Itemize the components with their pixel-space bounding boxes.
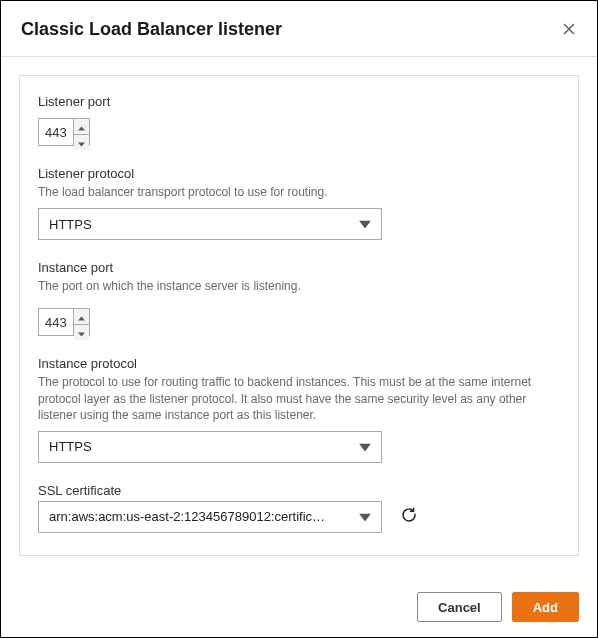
instance-port-input-wrap xyxy=(38,308,90,336)
instance-port-help: The port on which the instance server is… xyxy=(38,278,560,294)
listener-protocol-help: The load balancer transport protocol to … xyxy=(38,184,560,200)
refresh-icon xyxy=(400,506,418,527)
listener-port-field: Listener port xyxy=(38,94,560,146)
dialog-header: Classic Load Balancer listener xyxy=(1,1,597,57)
ssl-certificate-value: arn:aws:acm:us-east-2:123456789012:certi… xyxy=(49,509,325,524)
chevron-up-icon xyxy=(78,309,85,324)
listener-port-input-wrap xyxy=(38,118,90,146)
instance-protocol-help: The protocol to use for routing traffic … xyxy=(38,374,560,423)
instance-port-field: Instance port The port on which the inst… xyxy=(38,260,560,336)
listener-protocol-label: Listener protocol xyxy=(38,166,560,181)
listener-port-spinner xyxy=(73,119,89,145)
close-button[interactable] xyxy=(559,16,579,42)
close-icon xyxy=(563,19,575,39)
add-button[interactable]: Add xyxy=(512,592,579,622)
caret-down-icon xyxy=(359,509,371,524)
cancel-button[interactable]: Cancel xyxy=(417,592,502,622)
ssl-certificate-field: SSL certificate arn:aws:acm:us-east-2:12… xyxy=(38,483,560,533)
listener-port-up[interactable] xyxy=(74,119,89,135)
listener-protocol-select[interactable]: HTTPS xyxy=(38,208,382,240)
instance-port-up[interactable] xyxy=(74,309,89,325)
instance-port-down[interactable] xyxy=(74,325,89,340)
refresh-button[interactable] xyxy=(396,502,422,531)
instance-protocol-select[interactable]: HTTPS xyxy=(38,431,382,463)
listener-protocol-value: HTTPS xyxy=(49,217,92,232)
content-panel: Listener port Listener protocol The load… xyxy=(19,75,579,556)
instance-protocol-field: Instance protocol The protocol to use fo… xyxy=(38,356,560,463)
dialog-body: Listener port Listener protocol The load… xyxy=(1,57,597,580)
listener-port-label: Listener port xyxy=(38,94,560,109)
listener-protocol-field: Listener protocol The load balancer tran… xyxy=(38,166,560,240)
chevron-down-icon xyxy=(78,325,85,340)
dialog-footer: Cancel Add xyxy=(1,580,597,637)
listener-port-input[interactable] xyxy=(39,119,73,145)
instance-protocol-label: Instance protocol xyxy=(38,356,560,371)
chevron-down-icon xyxy=(78,135,85,150)
ssl-certificate-select[interactable]: arn:aws:acm:us-east-2:123456789012:certi… xyxy=(38,501,382,533)
dialog-title: Classic Load Balancer listener xyxy=(21,19,282,40)
caret-down-icon xyxy=(359,217,371,232)
ssl-row: arn:aws:acm:us-east-2:123456789012:certi… xyxy=(38,501,560,533)
instance-port-label: Instance port xyxy=(38,260,560,275)
chevron-up-icon xyxy=(78,119,85,134)
listener-port-down[interactable] xyxy=(74,135,89,150)
instance-protocol-value: HTTPS xyxy=(49,439,92,454)
caret-down-icon xyxy=(359,439,371,454)
ssl-certificate-label: SSL certificate xyxy=(38,483,560,498)
instance-port-input[interactable] xyxy=(39,309,73,335)
instance-port-spinner xyxy=(73,309,89,335)
